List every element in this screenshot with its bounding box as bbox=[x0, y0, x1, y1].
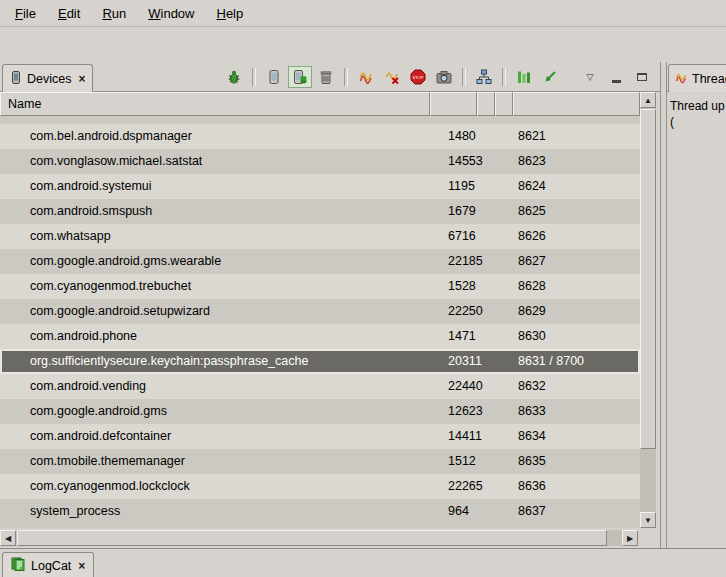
process-pid: 22185 bbox=[448, 249, 483, 274]
view-menu-icon[interactable]: ▽ bbox=[578, 66, 602, 88]
process-name: org.sufficientlysecure.keychain:passphra… bbox=[2, 351, 308, 372]
update-heap-icon[interactable] bbox=[262, 66, 286, 88]
process-port: 8632 bbox=[518, 374, 546, 399]
process-port: 8633 bbox=[518, 399, 546, 424]
table-header: Name bbox=[0, 92, 640, 116]
process-pid: 6716 bbox=[448, 224, 476, 249]
debug-icon[interactable] bbox=[222, 66, 246, 88]
process-port: 8631 / 8700 bbox=[518, 351, 584, 372]
scroll-right-icon[interactable]: ▶ bbox=[622, 530, 638, 546]
scroll-up-icon[interactable]: ▲ bbox=[640, 92, 656, 108]
column-header-name[interactable]: Name bbox=[0, 92, 430, 116]
hierarchy-view-icon[interactable] bbox=[472, 66, 496, 88]
process-port: 8636 bbox=[518, 474, 546, 499]
menu-file[interactable]: File bbox=[4, 2, 47, 25]
process-name: com.google.android.gms.wearable bbox=[0, 249, 221, 274]
close-icon[interactable]: × bbox=[78, 559, 85, 573]
column-header-pid[interactable] bbox=[430, 92, 477, 116]
process-pid: 22440 bbox=[448, 374, 483, 399]
logcat-tab-label: LogCat bbox=[31, 559, 71, 573]
process-port: 8626 bbox=[518, 224, 546, 249]
toolbar-separator bbox=[252, 68, 256, 86]
scroll-left-icon[interactable]: ◀ bbox=[0, 530, 16, 546]
threads-message-line2: ( bbox=[670, 114, 726, 130]
devices-header: Devices × STOP bbox=[0, 62, 660, 92]
toolbar-separator bbox=[344, 68, 348, 86]
toolbar-strip bbox=[0, 27, 726, 62]
table-row[interactable]: com.android.vending 22440 8632 bbox=[0, 374, 640, 399]
table-row[interactable]: com.google.android.gms 12623 8633 bbox=[0, 399, 640, 424]
menu-bar: File Edit Run Window Help bbox=[0, 0, 726, 27]
menu-edit[interactable]: Edit bbox=[47, 2, 91, 25]
logcat-bar: LogCat × bbox=[0, 548, 726, 577]
process-list: com.bel.android.dspmanager 1480 8621 com… bbox=[0, 116, 640, 528]
table-row[interactable]: com.android.defcontainer 14411 8634 bbox=[0, 424, 640, 449]
toolbar-separator bbox=[502, 68, 506, 86]
update-threads-icon[interactable] bbox=[354, 66, 378, 88]
process-pid: 14553 bbox=[448, 149, 483, 174]
table-row[interactable]: com.cyanogenmod.lockclock 22265 8636 bbox=[0, 474, 640, 499]
stop-method-profiling-icon[interactable] bbox=[380, 66, 404, 88]
tab-logcat[interactable]: LogCat × bbox=[2, 552, 94, 577]
tab-threads[interactable]: Threads × bbox=[668, 64, 726, 92]
devices-view: Devices × STOP bbox=[0, 62, 661, 548]
process-port: 8635 bbox=[518, 449, 546, 474]
process-port: 8623 bbox=[518, 149, 546, 174]
menu-help[interactable]: Help bbox=[205, 2, 254, 25]
column-header-port[interactable] bbox=[513, 92, 640, 116]
systrace-icon[interactable] bbox=[512, 66, 536, 88]
process-pid: 22265 bbox=[448, 474, 483, 499]
process-port: 8630 bbox=[518, 324, 546, 349]
table-row[interactable]: com.android.systemui 1195 8624 bbox=[0, 174, 640, 199]
method-profiling-icon[interactable] bbox=[538, 66, 562, 88]
scroll-down-icon[interactable]: ▼ bbox=[640, 512, 656, 528]
table-row[interactable]: com.tmobile.thememanager 1512 8635 bbox=[0, 449, 640, 474]
minimize-icon[interactable] bbox=[604, 66, 628, 88]
table-row[interactable]: com.google.android.setupwizard 22250 862… bbox=[0, 299, 640, 324]
tab-devices[interactable]: Devices × bbox=[2, 64, 93, 92]
process-port: 8624 bbox=[518, 174, 546, 199]
table-row[interactable]: com.bel.android.dspmanager 1480 8621 bbox=[0, 124, 640, 149]
process-name: com.vonglasow.michael.satstat bbox=[0, 149, 202, 174]
menu-run[interactable]: Run bbox=[91, 2, 137, 25]
column-header-a[interactable] bbox=[477, 92, 495, 116]
vertical-scrollbar[interactable]: ▲ ▼ bbox=[640, 92, 656, 528]
vertical-scrollbar-thumb[interactable] bbox=[640, 109, 656, 449]
threads-view: Threads × Thread up ( bbox=[666, 62, 726, 548]
process-name: com.android.smspush bbox=[0, 199, 152, 224]
screen-capture-icon[interactable] bbox=[432, 66, 456, 88]
column-header-b[interactable] bbox=[495, 92, 513, 116]
process-name: com.android.systemui bbox=[0, 174, 152, 199]
threads-header: Threads × bbox=[667, 62, 726, 92]
process-name: com.cyanogenmod.trebuchet bbox=[0, 274, 191, 299]
process-name: com.android.phone bbox=[0, 324, 137, 349]
horizontal-scrollbar[interactable]: ◀ ▶ bbox=[0, 530, 638, 546]
menu-window[interactable]: Window bbox=[137, 2, 205, 25]
process-pid: 1679 bbox=[448, 199, 476, 224]
process-pid: 1480 bbox=[448, 124, 476, 149]
stop-process-icon[interactable]: STOP bbox=[406, 66, 430, 88]
close-icon[interactable]: × bbox=[78, 72, 85, 86]
horizontal-scrollbar-thumb[interactable] bbox=[17, 530, 607, 546]
cause-gc-icon[interactable] bbox=[314, 66, 338, 88]
table-row[interactable]: system_process 964 8637 bbox=[0, 499, 640, 524]
table-row[interactable]: com.whatsapp 6716 8626 bbox=[0, 224, 640, 249]
process-port: 8627 bbox=[518, 249, 546, 274]
table-row[interactable]: com.android.smspush 1679 8625 bbox=[0, 199, 640, 224]
partial-row bbox=[0, 116, 640, 124]
process-name: com.google.android.setupwizard bbox=[0, 299, 210, 324]
table-row[interactable]: com.cyanogenmod.trebuchet 1528 8628 bbox=[0, 274, 640, 299]
process-port: 8621 bbox=[518, 124, 546, 149]
table-row[interactable]: com.vonglasow.michael.satstat 14553 8623 bbox=[0, 149, 640, 174]
process-name: com.google.android.gms bbox=[0, 399, 167, 424]
process-port: 8625 bbox=[518, 199, 546, 224]
svg-text:STOP: STOP bbox=[413, 75, 424, 80]
table-row[interactable]: com.android.phone 1471 8630 bbox=[0, 324, 640, 349]
process-pid: 964 bbox=[448, 499, 469, 524]
threads-tab-label: Threads bbox=[692, 72, 726, 86]
maximize-icon[interactable] bbox=[630, 66, 654, 88]
dump-hprof-icon[interactable] bbox=[288, 66, 312, 88]
process-pid: 12623 bbox=[448, 399, 483, 424]
table-row[interactable]: org.sufficientlysecure.keychain:passphra… bbox=[0, 349, 640, 374]
table-row[interactable]: com.google.android.gms.wearable 22185 86… bbox=[0, 249, 640, 274]
